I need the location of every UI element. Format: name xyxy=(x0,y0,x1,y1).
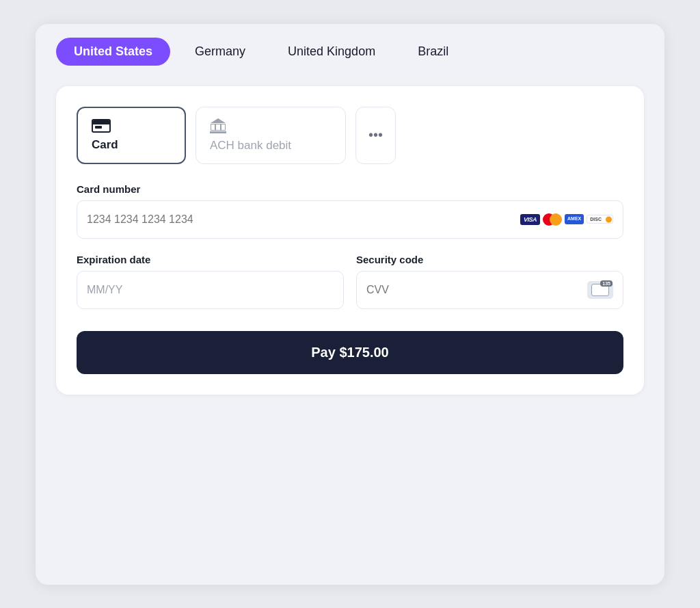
credit-card-icon xyxy=(92,119,111,133)
visa-logo: VISA xyxy=(520,214,540,225)
card-number-field-group: Card number VISA AMEX DISC xyxy=(77,183,623,239)
ach-method-label: ACH bank debit xyxy=(210,139,291,153)
discover-logo: DISC xyxy=(587,215,613,224)
tab-united-states[interactable]: United States xyxy=(56,38,170,66)
expiration-label: Expiration date xyxy=(77,254,344,265)
card-method-label: Card xyxy=(92,138,118,152)
payment-panel: United States Germany United Kingdom Bra… xyxy=(36,24,664,585)
security-field-group: Security code 135 xyxy=(356,254,623,309)
payment-form-card: Card ACH bank debit xyxy=(56,86,644,395)
card-logos: VISA AMEX DISC xyxy=(520,213,613,226)
security-label: Security code xyxy=(356,254,623,265)
mastercard-logo xyxy=(543,213,562,226)
cvv-wrapper: 135 xyxy=(356,271,623,309)
country-tabs: United States Germany United Kingdom Bra… xyxy=(36,24,664,66)
card-number-input[interactable] xyxy=(87,213,520,226)
more-methods-button[interactable]: ••• xyxy=(355,107,396,164)
ach-method-button[interactable]: ACH bank debit xyxy=(196,107,346,164)
cvv-icon: 135 xyxy=(587,281,613,299)
tab-germany[interactable]: Germany xyxy=(177,38,263,66)
payment-method-selector: Card ACH bank debit xyxy=(77,107,623,164)
more-icon: ••• xyxy=(368,127,383,143)
expiry-cvv-row: Expiration date Security code 135 xyxy=(77,254,623,324)
amex-logo: AMEX xyxy=(565,214,584,224)
card-number-wrapper: VISA AMEX DISC xyxy=(77,200,623,239)
cvv-input[interactable] xyxy=(366,284,587,296)
card-method-button[interactable]: Card xyxy=(77,107,186,164)
bank-icon xyxy=(210,118,226,133)
expiration-field-group: Expiration date xyxy=(77,254,344,309)
card-number-label: Card number xyxy=(77,183,623,195)
expiration-input[interactable] xyxy=(77,271,344,309)
tab-brazil[interactable]: Brazil xyxy=(400,38,466,66)
tab-united-kingdom[interactable]: United Kingdom xyxy=(270,38,393,66)
pay-button[interactable]: Pay $175.00 xyxy=(77,331,623,374)
